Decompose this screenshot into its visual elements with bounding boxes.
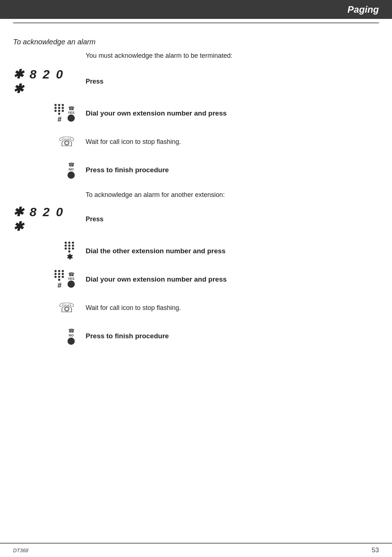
step-4-icon-cell: ☎ NO bbox=[13, 162, 86, 179]
keypad-hash-yes-icon: # ☎ YES bbox=[54, 104, 75, 123]
dot bbox=[58, 110, 60, 112]
dot-empty bbox=[54, 113, 57, 115]
s2-step-4-text: Wait for call icon to stop flashing. bbox=[86, 304, 379, 312]
no-phone-icon-2: ☎ bbox=[68, 328, 74, 334]
step-2-text: Dial your own extension number and press bbox=[86, 109, 379, 117]
step-1-text: Press bbox=[86, 78, 379, 85]
s2-step-3-icon-cell: # ☎ YES bbox=[13, 270, 86, 289]
dot bbox=[54, 104, 57, 106]
s2-step-2-row: ✱ Dial the other extension number and pr… bbox=[13, 240, 379, 262]
yes-label-2: YES bbox=[68, 277, 74, 280]
no-label-2: NO bbox=[69, 334, 74, 337]
s2-step-4-icon-cell: ☏ bbox=[13, 300, 86, 315]
dot bbox=[68, 242, 70, 244]
step-3-icon-cell: ☏ bbox=[13, 134, 86, 149]
no-circle bbox=[68, 171, 75, 179]
step-1-row: ✱ 8 2 0 ✱ Press bbox=[13, 67, 379, 96]
dot bbox=[58, 113, 60, 115]
no-button-icon-2: ☎ NO bbox=[68, 328, 75, 345]
dot bbox=[65, 242, 67, 244]
keypad-hash-yes-icon-2: # ☎ YES bbox=[54, 270, 75, 289]
dot bbox=[68, 245, 70, 247]
dot bbox=[58, 107, 60, 109]
step-1-icon-cell: ✱ 8 2 0 ✱ bbox=[13, 67, 86, 96]
page-title: Paging bbox=[347, 4, 379, 15]
dot bbox=[62, 107, 64, 109]
keypad-grid-icon: # bbox=[54, 104, 65, 123]
dot-empty bbox=[54, 279, 57, 281]
s2-step-1-icon-cell: ✱ 8 2 0 ✱ bbox=[13, 205, 86, 234]
s2-step-4-row: ☏ Wait for call icon to stop flashing. bbox=[13, 297, 379, 319]
dot bbox=[54, 107, 57, 109]
s2-step-5-text: Press to finish procedure bbox=[86, 332, 379, 340]
dot-empty bbox=[65, 250, 67, 253]
dot bbox=[58, 270, 60, 272]
s2-step-2-text: Dial the other extension number and pres… bbox=[86, 247, 379, 255]
keypad-grid-icon-2: # bbox=[54, 270, 65, 289]
content-area: To acknowledge an alarm You must acknowl… bbox=[0, 23, 392, 383]
star-symbol: ✱ bbox=[67, 253, 73, 261]
hash-symbol-2: # bbox=[57, 282, 61, 289]
dot bbox=[54, 110, 57, 112]
no-circle-2 bbox=[68, 338, 75, 345]
s2-step-5-icon-cell: ☎ NO bbox=[13, 328, 86, 345]
yes-label: YES bbox=[68, 111, 74, 114]
s2-step-1-text: Press bbox=[86, 215, 379, 223]
step-3-text: Wait for call icon to stop flashing. bbox=[86, 138, 379, 146]
yes-circle-2 bbox=[68, 280, 75, 288]
dot bbox=[62, 104, 64, 106]
step-3-row: ☏ Wait for call icon to stop flashing. bbox=[13, 131, 379, 153]
dot bbox=[68, 247, 70, 250]
step-2-icon-cell: # ☎ YES bbox=[13, 104, 86, 123]
step-4-row: ☎ NO Press to finish procedure bbox=[13, 159, 379, 181]
dot bbox=[72, 247, 74, 250]
dots-grid bbox=[54, 104, 65, 115]
yes-phone-icon: ☎ bbox=[68, 105, 74, 111]
handset-icon: ☏ bbox=[58, 134, 75, 149]
dot bbox=[72, 245, 74, 247]
step-2-row: # ☎ YES Dial your own extension number a… bbox=[13, 102, 379, 124]
s2-step-3-row: # ☎ YES Dial your own extension number a… bbox=[13, 269, 379, 290]
dot bbox=[58, 276, 60, 278]
dot bbox=[62, 270, 64, 272]
yes-button-icon: ☎ YES bbox=[68, 105, 75, 122]
s2-step-2-icon-cell: ✱ bbox=[13, 242, 86, 261]
s2-step-1-row: ✱ 8 2 0 ✱ Press bbox=[13, 205, 379, 234]
dot bbox=[54, 276, 57, 278]
yes-circle bbox=[68, 114, 75, 122]
section-heading: To acknowledge an alarm bbox=[13, 38, 379, 46]
dot bbox=[58, 104, 60, 106]
code-820-icon-1: ✱ 8 2 0 ✱ bbox=[13, 67, 75, 96]
step-4-text: Press to finish procedure bbox=[86, 166, 379, 174]
yes-phone-icon-2: ☎ bbox=[68, 271, 74, 277]
section2: To acknowledge an alarm for another exte… bbox=[13, 191, 379, 347]
dot-empty bbox=[72, 250, 74, 253]
s2-step-3-text: Dial your own extension number and press bbox=[86, 275, 379, 283]
dot bbox=[62, 276, 64, 278]
no-phone-icon: ☎ bbox=[68, 162, 74, 167]
dot bbox=[72, 242, 74, 244]
header: Paging bbox=[0, 0, 392, 19]
dot-empty bbox=[62, 279, 64, 281]
dot bbox=[54, 270, 57, 272]
keypad-star-icon: ✱ bbox=[65, 242, 75, 261]
no-button-icon: ☎ NO bbox=[68, 162, 75, 179]
dot bbox=[62, 273, 64, 275]
dot-empty bbox=[62, 113, 64, 115]
dots-grid-2 bbox=[65, 242, 75, 253]
section1-intro: You must acknowledge the alarm to be ter… bbox=[86, 52, 379, 60]
footer-doc-id: DT368 bbox=[13, 548, 28, 553]
hash-symbol: # bbox=[57, 116, 61, 123]
yes-button-icon-2: ☎ YES bbox=[68, 271, 75, 288]
s2-step-5-row: ☎ NO Press to finish procedure bbox=[13, 325, 379, 347]
dots-grid-3 bbox=[54, 270, 65, 281]
dot bbox=[58, 279, 60, 281]
dot bbox=[54, 273, 57, 275]
dot bbox=[65, 245, 67, 247]
code-820-icon-2: ✱ 8 2 0 ✱ bbox=[13, 205, 75, 234]
no-label: NO bbox=[69, 168, 74, 171]
handset-icon-2: ☏ bbox=[58, 300, 75, 315]
dot bbox=[58, 273, 60, 275]
footer-page-number: 53 bbox=[372, 546, 379, 554]
section2-intro: To acknowledge an alarm for another exte… bbox=[86, 191, 379, 199]
